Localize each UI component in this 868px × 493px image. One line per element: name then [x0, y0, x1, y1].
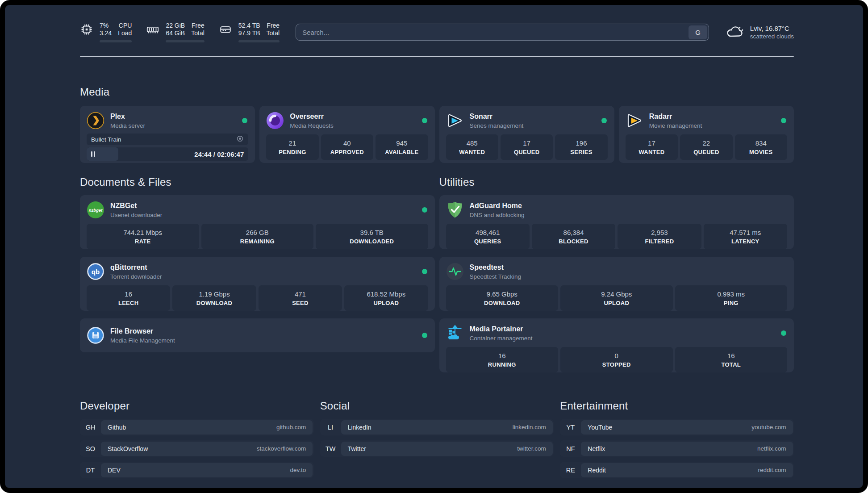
bookmark-reddit[interactable]: RE Reddit reddit.com [560, 462, 794, 478]
section-utilities: Utilities AdGuard Home [439, 175, 794, 372]
service-name: qBittorrent [110, 263, 162, 272]
stat-remaining: 266 GB REMAINING [201, 224, 314, 249]
bookmark-dev[interactable]: DT DEV dev.to [80, 462, 314, 478]
service-name: NZBGet [110, 201, 162, 210]
service-name: Media Portainer [470, 325, 533, 334]
service-card-speedtest[interactable]: Speedtest Speedtest Tracking 9.65 Gbps D… [439, 257, 794, 311]
service-name: Plex [110, 112, 145, 121]
playback-progress-bar: 24:44 / 02:06:47 [87, 147, 248, 161]
service-description: Media Requests [290, 122, 334, 130]
section-title-media: Media [80, 85, 794, 99]
bookmark-netflix[interactable]: NF Netflix netflix.com [560, 440, 794, 457]
overseerr-icon [266, 112, 284, 130]
bookmark-youtube[interactable]: YT YouTube youtube.com [560, 419, 794, 435]
search-provider-button[interactable]: G [689, 25, 707, 39]
stat-upload: 618.52 Mbps UPLOAD [344, 285, 428, 311]
section-documents: Documents & Files nzbget NZBGet U [80, 175, 435, 372]
disk-total-label: Total [267, 29, 280, 37]
cpu-load-label: Load [118, 29, 132, 37]
service-card-adguard[interactable]: AdGuard Home DNS and adblocking 498,461 … [439, 195, 794, 249]
radarr-icon [626, 112, 643, 130]
service-description: Container management [470, 334, 533, 342]
status-dot [601, 118, 607, 123]
cpu-resource-widget: 7% 3.24 CPU Load [80, 22, 132, 42]
stat-queued: 22 QUEUED [680, 134, 732, 160]
service-card-qbittorrent[interactable]: qb qBittorrent Torrent downloader 16 LEE… [80, 257, 435, 311]
bookmark-url: netflix.com [757, 445, 786, 452]
bookmark-linkedin[interactable]: LI LinkedIn linkedin.com [320, 419, 554, 435]
bookmark-stackoverflow[interactable]: SO StackOverflow stackoverflow.com [80, 440, 314, 457]
qbittorrent-icon: qb [87, 263, 104, 280]
status-dot [781, 118, 786, 123]
bookmark-url: twitter.com [517, 445, 546, 452]
service-description: Media File Management [110, 337, 175, 344]
section-entertainment: Entertainment YT YouTube youtube.com NF … [560, 399, 794, 478]
search-bar: G [296, 24, 709, 41]
stat-stopped: 0 STOPPED [560, 347, 673, 372]
weather-widget: Lviv, 16.87°C scattered clouds [725, 24, 794, 40]
playback-time: 24:44 / 02:06:47 [194, 150, 244, 158]
service-card-radarr[interactable]: Radarr Movie management 17 WANTED 22 QUE… [619, 106, 794, 163]
bookmark-github[interactable]: GH Github github.com [80, 419, 314, 435]
cpu-load-value: 3.24 [100, 29, 112, 37]
bookmark-url: youtube.com [751, 424, 786, 430]
service-name: File Browser [110, 327, 175, 336]
bookmark-url: reddit.com [758, 467, 786, 473]
service-card-nzbget[interactable]: nzbget NZBGet Usenet downloader 744.21 M… [80, 195, 435, 249]
memory-icon [146, 23, 159, 36]
service-card-sonarr[interactable]: Sonarr Series management 485 WANTED 17 Q… [439, 106, 614, 163]
stat-queries: 498,461 QUERIES [446, 224, 530, 249]
section-media: Media Plex Media server [80, 85, 794, 163]
service-name: Sonarr [470, 112, 524, 121]
service-name: Radarr [649, 112, 702, 121]
stat-ping: 0.993 ms PING [675, 285, 788, 311]
cloud-icon [725, 24, 745, 40]
disk-total-value: 97.9 TB [238, 29, 260, 37]
stat-total: 16 TOTAL [675, 347, 788, 372]
service-name: Speedtest [470, 263, 522, 272]
sonarr-icon [446, 112, 464, 130]
portainer-icon [446, 324, 464, 342]
bookmark-name: StackOverflow [108, 445, 148, 452]
section-title-entertainment: Entertainment [560, 399, 794, 413]
stat-wanted: 17 WANTED [626, 134, 678, 160]
service-description: Series management [470, 122, 524, 130]
resource-widgets: 7% 3.24 CPU Load [80, 22, 280, 42]
stop-icon[interactable] [236, 135, 244, 144]
disk-icon [219, 23, 232, 36]
disk-free-value: 52.4 TB [238, 22, 260, 29]
status-dot [422, 333, 427, 338]
service-card-filebrowser[interactable]: File Browser Media File Management [80, 318, 435, 352]
status-dot [422, 118, 427, 123]
stat-upload: 9.24 Gbps UPLOAD [560, 285, 673, 311]
service-description: Movie management [649, 122, 702, 130]
service-card-overseerr[interactable]: Overseerr Media Requests 21 PENDING 40 A… [259, 106, 434, 163]
stat-leech: 16 LEECH [87, 285, 170, 311]
bookmark-url: github.com [276, 424, 306, 430]
stat-download: 9.65 Gbps DOWNLOAD [446, 285, 559, 311]
stat-rate: 744.21 Mbps RATE [87, 224, 199, 249]
service-description: Media server [110, 122, 145, 130]
service-card-portainer[interactable]: Media Portainer Container management 16 … [439, 318, 794, 372]
dashboard-window: 7% 3.24 CPU Load [0, 0, 868, 493]
pause-icon[interactable] [91, 151, 95, 157]
speedtest-icon [446, 263, 464, 280]
stat-movies: 834 MOVIES [735, 134, 787, 160]
section-title-utilities: Utilities [439, 175, 794, 189]
service-description: DNS and adblocking [470, 211, 525, 219]
service-description: Torrent downloader [110, 273, 162, 280]
section-title-social: Social [320, 399, 554, 413]
service-name: Overseerr [290, 112, 334, 121]
bookmark-url: dev.to [290, 467, 306, 473]
bookmark-twitter[interactable]: TW Twitter twitter.com [320, 440, 554, 457]
service-card-plex[interactable]: Plex Media server Bullet Train [80, 106, 255, 163]
search-input[interactable] [296, 24, 709, 41]
stat-series: 196 SERIES [555, 134, 607, 160]
weather-location-temp: Lviv, 16.87°C [750, 24, 794, 33]
stat-queued: 17 QUEUED [501, 134, 553, 160]
stat-latency: 47.571 ms LATENCY [704, 224, 787, 249]
cpu-progress-bar [100, 40, 132, 42]
cpu-value: 7% [100, 22, 112, 29]
filebrowser-icon [87, 326, 104, 344]
bookmark-url: linkedin.com [513, 424, 546, 430]
